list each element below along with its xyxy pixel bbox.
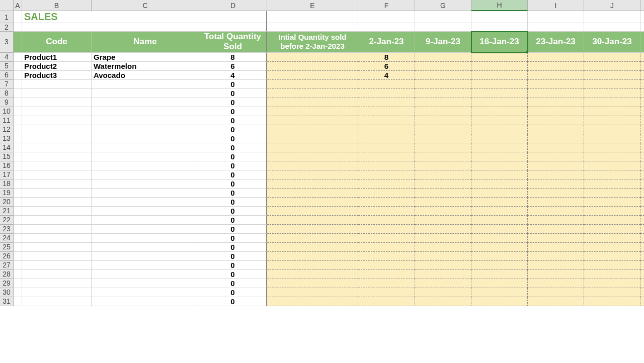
cell-A12[interactable]	[14, 125, 22, 134]
cell-extra20[interactable]	[640, 198, 644, 207]
cell-A28[interactable]	[14, 270, 22, 279]
cell-I13[interactable]	[528, 134, 584, 143]
cell-B10[interactable]	[22, 107, 92, 116]
col-header-extra[interactable]	[640, 0, 644, 11]
cell-J23[interactable]	[584, 225, 640, 234]
cell-C31[interactable]	[92, 297, 199, 306]
cell-J24[interactable]	[584, 234, 640, 243]
cell-F29[interactable]	[358, 279, 415, 288]
cell-B31[interactable]	[22, 297, 92, 306]
cell-E25[interactable]	[267, 243, 358, 252]
cell-G26[interactable]	[415, 252, 471, 261]
cell-F17[interactable]	[358, 170, 415, 179]
cell-H12[interactable]	[471, 125, 528, 134]
col-header-H[interactable]: H	[471, 0, 528, 11]
cell-extra8[interactable]	[640, 89, 644, 98]
cell-H27[interactable]	[471, 261, 528, 270]
header-date-4[interactable]: 30-Jan-23	[584, 32, 640, 53]
cell-E16[interactable]	[267, 161, 358, 170]
cell-J11[interactable]	[584, 116, 640, 125]
cell-C18[interactable]	[92, 179, 199, 189]
cell-extra6[interactable]	[640, 71, 644, 80]
cell-F16[interactable]	[358, 161, 415, 170]
row-header-29[interactable]: 29	[0, 279, 14, 288]
cell-B9[interactable]	[22, 98, 92, 107]
row-header-20[interactable]: 20	[0, 198, 14, 207]
cell-A21[interactable]	[14, 207, 22, 216]
cell-G21[interactable]	[415, 207, 471, 216]
cell-J9[interactable]	[584, 98, 640, 107]
cell-C21[interactable]	[92, 207, 199, 216]
cell-I15[interactable]	[528, 152, 584, 161]
row-header-14[interactable]: 14	[0, 143, 14, 152]
cell-H4[interactable]	[471, 53, 528, 62]
cell-G15[interactable]	[415, 152, 471, 161]
cell-E26[interactable]	[267, 252, 358, 261]
cell-extra9[interactable]	[640, 98, 644, 107]
cell-I29[interactable]	[528, 279, 584, 288]
cell-F19[interactable]	[358, 189, 415, 198]
col-header-G[interactable]: G	[415, 0, 471, 11]
cell-I25[interactable]	[528, 243, 584, 252]
cell-E29[interactable]	[267, 279, 358, 288]
cell-extra25[interactable]	[640, 243, 644, 252]
cell-E22[interactable]	[267, 216, 358, 225]
cell-A9[interactable]	[14, 98, 22, 107]
header-total[interactable]: Total Quantity Sold	[199, 32, 267, 53]
cell-E7[interactable]	[267, 80, 358, 89]
cell-F5[interactable]: 6	[358, 62, 415, 71]
cell-A23[interactable]	[14, 225, 22, 234]
cell-D21[interactable]: 0	[199, 207, 267, 216]
cell-extra22[interactable]	[640, 216, 644, 225]
cell-A20[interactable]	[14, 198, 22, 207]
cell-G4[interactable]	[415, 53, 471, 62]
cell-H29[interactable]	[471, 279, 528, 288]
cell-D27[interactable]: 0	[199, 261, 267, 270]
row-header-15[interactable]: 15	[0, 152, 14, 161]
cell-E10[interactable]	[267, 107, 358, 116]
cell-G8[interactable]	[415, 89, 471, 98]
cell-row2-5[interactable]	[584, 23, 640, 32]
cell-F23[interactable]	[358, 225, 415, 234]
cell-H30[interactable]	[471, 288, 528, 297]
cell-B12[interactable]	[22, 125, 92, 134]
cell-F4[interactable]: 8	[358, 53, 415, 62]
cell-J18[interactable]	[584, 179, 640, 189]
cell-I30[interactable]	[528, 288, 584, 297]
cell-H22[interactable]	[471, 216, 528, 225]
cell-extra7[interactable]	[640, 80, 644, 89]
cell-G13[interactable]	[415, 134, 471, 143]
cell-D9[interactable]: 0	[199, 98, 267, 107]
cell-C23[interactable]	[92, 225, 199, 234]
cell-F30[interactable]	[358, 288, 415, 297]
header-name[interactable]: Name	[92, 32, 199, 53]
cell-A16[interactable]	[14, 161, 22, 170]
cell-extra24[interactable]	[640, 234, 644, 243]
cell-A24[interactable]	[14, 234, 22, 243]
cell-F20[interactable]	[358, 198, 415, 207]
cell-D31[interactable]: 0	[199, 297, 267, 306]
cell-C6[interactable]: Avocado	[92, 71, 199, 80]
cell-E24[interactable]	[267, 234, 358, 243]
cell-H16[interactable]	[471, 161, 528, 170]
row-header-19[interactable]: 19	[0, 189, 14, 198]
row-header-7[interactable]: 7	[0, 80, 14, 89]
cell-A8[interactable]	[14, 89, 22, 98]
cell-F8[interactable]	[358, 89, 415, 98]
cell-G25[interactable]	[415, 243, 471, 252]
cell-H15[interactable]	[471, 152, 528, 161]
cell-E19[interactable]	[267, 189, 358, 198]
cell-B18[interactable]	[22, 179, 92, 189]
header-code[interactable]: Code	[22, 32, 92, 53]
cell-A26[interactable]	[14, 252, 22, 261]
cell-B15[interactable]	[22, 152, 92, 161]
cell-H10[interactable]	[471, 107, 528, 116]
cell-B4[interactable]: Product1	[22, 53, 92, 62]
fill-handle[interactable]	[526, 51, 528, 53]
cell-D15[interactable]: 0	[199, 152, 267, 161]
cell-B6[interactable]: Product3	[22, 71, 92, 80]
cell-C29[interactable]	[92, 279, 199, 288]
cell-extra30[interactable]	[640, 288, 644, 297]
cell-J5[interactable]	[584, 62, 640, 71]
cell-extra13[interactable]	[640, 134, 644, 143]
